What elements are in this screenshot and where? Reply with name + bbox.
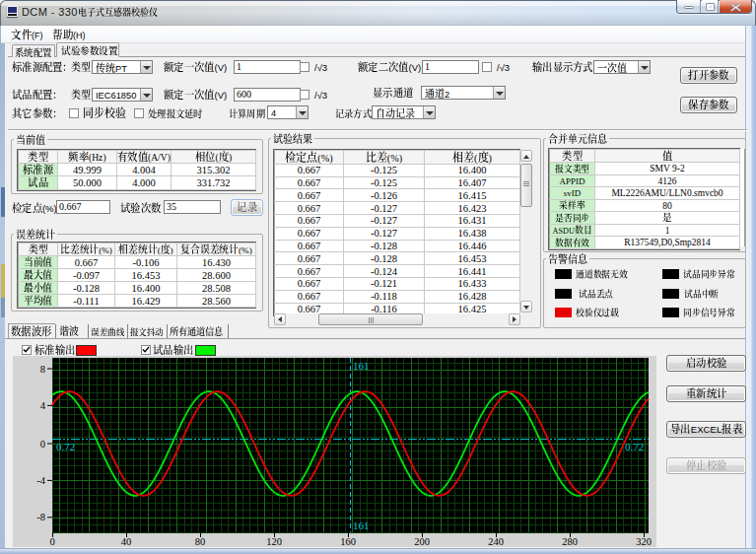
svg-text:320: 320 <box>636 536 652 547</box>
svg-text:80: 80 <box>195 536 206 547</box>
svg-text:4: 4 <box>40 400 46 411</box>
svg-text:0.72: 0.72 <box>56 441 75 452</box>
svg-text:0: 0 <box>49 536 54 547</box>
svg-text:161: 161 <box>353 519 370 531</box>
svg-text:240: 240 <box>488 536 504 547</box>
svg-text:200: 200 <box>414 536 430 547</box>
svg-text:120: 120 <box>266 536 282 547</box>
svg-text:-8: -8 <box>36 512 45 522</box>
svg-text:-4: -4 <box>36 475 45 486</box>
svg-text:160: 160 <box>340 536 356 547</box>
svg-text:0: 0 <box>40 439 45 450</box>
svg-text:0.72: 0.72 <box>625 441 644 452</box>
svg-text:280: 280 <box>562 536 578 547</box>
svg-text:161: 161 <box>353 360 370 372</box>
svg-text:8: 8 <box>40 364 45 375</box>
svg-text:40: 40 <box>121 536 132 547</box>
